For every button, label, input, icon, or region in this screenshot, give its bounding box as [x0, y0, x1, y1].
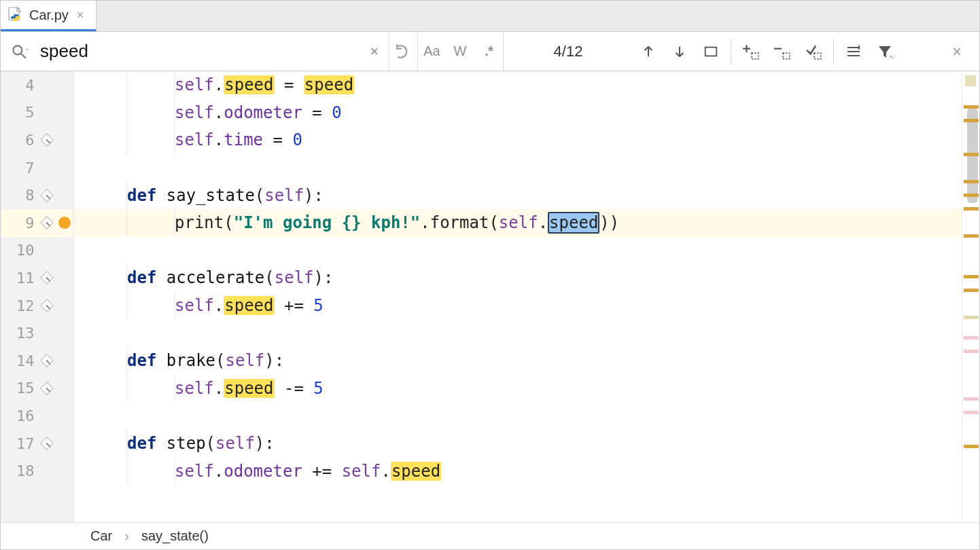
find-toolbar-right: 4/12 — [504, 39, 979, 64]
error-stripe[interactable] — [962, 71, 979, 522]
fold-end-icon[interactable] — [41, 134, 54, 147]
line-number: 15 — [1, 380, 41, 397]
stripe-mark[interactable] — [964, 119, 979, 122]
stripe-mark[interactable] — [964, 411, 979, 414]
line-number: 9 — [1, 215, 41, 232]
svg-rect-5 — [783, 53, 790, 59]
code-line[interactable] — [74, 319, 962, 347]
clear-search-icon[interactable]: × — [360, 32, 389, 71]
separator — [731, 39, 731, 64]
stripe-mark[interactable] — [964, 105, 979, 109]
stripe-mark[interactable] — [964, 397, 979, 401]
search-history-icon[interactable] — [389, 32, 417, 71]
fold-end-icon[interactable] — [41, 216, 54, 230]
fold-start-icon[interactable] — [41, 189, 54, 202]
breadcrumb-class[interactable]: Car — [90, 528, 112, 544]
line-number: 14 — [1, 352, 41, 369]
tab-close-icon[interactable]: × — [74, 9, 87, 21]
stripe-mark[interactable] — [964, 336, 979, 340]
svg-rect-6 — [814, 53, 821, 59]
add-selection-icon[interactable] — [735, 43, 767, 60]
close-find-bar-icon[interactable]: × — [941, 42, 973, 61]
editor-tab[interactable]: Car.py × — [1, 1, 97, 31]
line-number: 8 — [1, 187, 41, 204]
fold-start-icon[interactable] — [41, 354, 54, 367]
stripe-mark[interactable] — [964, 275, 979, 278]
breadcrumb-method[interactable]: say_state() — [141, 528, 209, 544]
chevron-right-icon: › — [124, 528, 129, 544]
fold-start-icon[interactable] — [41, 437, 54, 450]
search-settings-icon[interactable] — [838, 43, 869, 60]
inspection-status-icon[interactable] — [965, 75, 976, 86]
stripe-mark[interactable] — [964, 153, 979, 156]
tab-filename: Car.py — [29, 7, 69, 23]
stripe-mark[interactable] — [964, 180, 979, 183]
stripe-mark[interactable] — [964, 445, 979, 448]
line-number: 12 — [1, 297, 41, 314]
line-number: 16 — [1, 407, 41, 424]
search-match: speed — [224, 75, 274, 94]
code-area[interactable]: self.speed = speedself.odometer = 0self.… — [74, 71, 962, 522]
code-editor[interactable]: 456789101112131415161718 self.speed = sp… — [1, 71, 979, 522]
code-line[interactable]: def accelerate(self): — [74, 264, 962, 292]
line-number: 18 — [1, 462, 41, 479]
stripe-mark[interactable] — [964, 289, 979, 292]
search-input[interactable] — [37, 32, 360, 71]
fold-start-icon[interactable] — [41, 272, 54, 285]
separator — [833, 39, 834, 64]
fold-end-icon[interactable] — [41, 299, 54, 312]
stripe-mark[interactable] — [964, 234, 979, 238]
stripe-mark[interactable] — [964, 350, 979, 353]
line-number: 5 — [1, 104, 41, 121]
search-match: speed — [224, 296, 274, 315]
filter-icon[interactable] — [869, 43, 900, 60]
code-line[interactable]: self.time = 0 — [74, 126, 962, 154]
search-match-current: speed — [548, 212, 599, 234]
match-case-button[interactable]: Aa — [417, 32, 446, 71]
code-line[interactable]: def say_state(self): — [74, 181, 962, 209]
search-match: speed — [304, 75, 354, 94]
line-number: 11 — [1, 270, 41, 287]
line-number: 4 — [1, 77, 41, 94]
code-line[interactable]: self.odometer = 0 — [74, 99, 962, 127]
line-number: 10 — [1, 242, 41, 259]
svg-rect-3 — [705, 47, 717, 56]
select-all-icon[interactable] — [798, 43, 829, 60]
match-words-button[interactable]: W — [446, 32, 474, 71]
ide-root: Car.py × × Aa W .* 4/12 — [0, 0, 980, 550]
svg-point-1 — [13, 45, 22, 54]
next-match-icon[interactable] — [664, 44, 695, 59]
code-line[interactable]: print("I'm going {} kph!".format(self.sp… — [74, 209, 962, 237]
code-line[interactable] — [74, 154, 962, 182]
code-line[interactable]: def brake(self): — [74, 347, 962, 375]
python-file-icon — [7, 7, 24, 23]
fold-end-icon[interactable] — [41, 382, 54, 395]
search-icon[interactable] — [1, 43, 37, 60]
stripe-mark[interactable] — [964, 194, 979, 197]
svg-rect-4 — [752, 53, 758, 59]
breadcrumb-bar: Car › say_state() — [1, 522, 979, 549]
stripe-mark[interactable] — [964, 207, 979, 210]
code-line[interactable] — [74, 237, 962, 265]
svg-line-2 — [21, 54, 26, 58]
find-bar: × Aa W .* 4/12 — [1, 32, 979, 71]
code-line[interactable]: self.speed -= 5 — [74, 375, 962, 403]
stripe-mark[interactable] — [964, 316, 979, 319]
regex-button[interactable]: .* — [474, 32, 503, 71]
remove-selection-icon[interactable] — [767, 43, 798, 60]
code-line[interactable] — [74, 402, 962, 430]
line-number: 7 — [1, 160, 41, 177]
code-line[interactable]: self.speed = speed — [74, 71, 962, 99]
code-line[interactable]: self.speed += 5 — [74, 292, 962, 320]
code-line[interactable]: def step(self): — [74, 430, 962, 458]
line-number: 6 — [1, 132, 41, 149]
prev-match-icon[interactable] — [633, 44, 664, 59]
search-match: speed — [391, 462, 441, 481]
select-all-occurrences-icon[interactable] — [695, 44, 727, 59]
editor-tab-bar: Car.py × — [1, 1, 979, 32]
search-match: speed — [224, 379, 274, 398]
intention-bulb-icon[interactable] — [58, 217, 71, 229]
gutter: 456789101112131415161718 — [1, 71, 74, 522]
code-line[interactable]: self.odometer += self.speed — [74, 457, 962, 485]
line-number: 17 — [1, 435, 41, 452]
